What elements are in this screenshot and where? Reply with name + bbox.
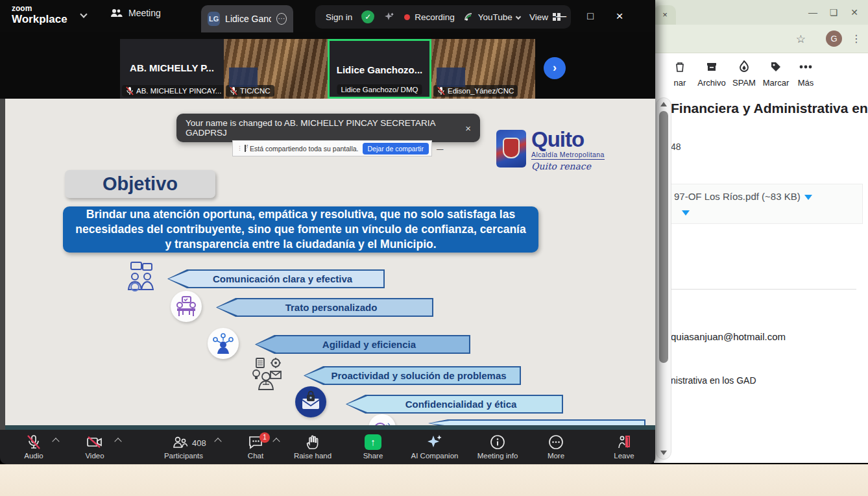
tab-user-lidice-ganch[interactable]: LG Lidice Ganch ⋯: [201, 5, 293, 32]
live-stream-icon: [464, 12, 474, 21]
sign-in-link[interactable]: Sign in: [326, 12, 352, 22]
next-participants-button[interactable]: ›: [544, 57, 566, 79]
zoom-close-button[interactable]: ×: [607, 0, 633, 32]
participant-name-badge: TIC/CNC: [226, 85, 274, 97]
banner-confidencialidad: Confidencialidad y ética: [346, 395, 563, 414]
chevron-down-icon[interactable]: [80, 10, 87, 18]
participant-name-badge: Edison_Yánez/CNC: [433, 85, 518, 97]
recording-dot-icon: [404, 14, 410, 20]
video-thumbnail-strip: AB. MICHELLY P... AB. MICHELLY PINCAY...…: [0, 32, 655, 99]
zoom-window: zoom Workplace Meeting LG Lidice Ganch ⋯…: [0, 0, 655, 464]
screen-share-control-bar: ⋮⋮ Está compartiendo toda su pantalla. D…: [232, 140, 432, 156]
mic-muted-icon: [16, 434, 52, 451]
confidentiality-icon: [295, 386, 326, 417]
leave-button[interactable]: Leave: [607, 434, 641, 460]
tab-close-icon[interactable]: ×: [662, 10, 668, 19]
flame-icon: [729, 58, 759, 75]
email-body-fragment: nistrativa en los GAD: [671, 375, 756, 386]
personalized-service-icon: [171, 291, 202, 322]
email-subject: Financiera y Administrativa en: [671, 101, 865, 116]
video-tile-lidice-active-speaker[interactable]: Lidice Ganchozo... Lidice Ganchozo/ DMQ: [328, 39, 431, 99]
quito-crest-icon: [496, 130, 526, 167]
raise-hand-button[interactable]: Raise hand: [288, 434, 337, 460]
share-bar-minimize: —: [437, 145, 444, 153]
zoom-titlebar: zoom Workplace Meeting LG Lidice Ganch ⋯…: [0, 0, 655, 32]
bookmark-star-icon[interactable]: ☆: [796, 32, 806, 46]
recording-indicator[interactable]: Recording: [404, 12, 455, 22]
video-tile-tic-cnc[interactable]: TIC/CNC: [224, 39, 328, 99]
ai-companion-button[interactable]: AI Companion: [404, 434, 466, 460]
archive-icon: [694, 58, 729, 75]
mail-more-button[interactable]: Más: [793, 58, 819, 88]
divider: [671, 289, 856, 290]
participants-count: 408: [192, 438, 206, 448]
video-button[interactable]: Video: [77, 434, 113, 460]
scrollbar-thumb[interactable]: [659, 111, 668, 363]
name-change-toast: Your name is changed to AB. MICHELLY PIN…: [176, 114, 480, 142]
screen: { "zoom_app": { "titlebar": { "brand_top…: [0, 0, 868, 496]
agility-icon: [208, 328, 239, 359]
share-screen-icon: [245, 145, 246, 152]
proactivity-icon: [250, 357, 286, 393]
mail-delete-button[interactable]: nar: [666, 58, 694, 88]
browser-restore-button[interactable]: ❏: [824, 0, 843, 25]
attachment-dropdown-icon[interactable]: [682, 210, 690, 216]
zoom-maximize-button[interactable]: □: [577, 0, 603, 32]
attachment-dropdown-icon[interactable]: [804, 195, 812, 200]
attachment-card[interactable]: 97-OF Los Ríos.pdf (~83 KB): [671, 184, 863, 224]
chat-options-caret[interactable]: [272, 438, 280, 445]
browser-minimize-button[interactable]: —: [803, 0, 823, 25]
zoom-minimize-button[interactable]: —: [548, 0, 574, 32]
avatar: LG: [208, 12, 220, 26]
browser-tab-close-stub[interactable]: ×: [654, 5, 676, 25]
camera-off-icon: [77, 434, 113, 451]
ai-sparkle-icon: [404, 434, 466, 451]
mic-muted-icon: [230, 86, 237, 95]
email-snippet: 48: [671, 142, 681, 152]
attachment-name[interactable]: 97-OF Los Ríos.pdf (~83 KB): [674, 191, 812, 202]
tab-meeting[interactable]: Meeting: [110, 8, 161, 18]
more-button[interactable]: More: [540, 434, 572, 460]
participants-options-caret[interactable]: [214, 438, 221, 445]
ellipsis-icon: [793, 58, 819, 75]
sparkle-icon[interactable]: [383, 11, 395, 23]
trash-icon: [666, 58, 694, 75]
meeting-info-button[interactable]: Meeting info: [471, 434, 524, 460]
chevron-down-icon: [516, 14, 521, 19]
browser-close-button[interactable]: ✕: [845, 0, 864, 25]
email-address-text: quiasanjuan@hotmail.com: [671, 331, 786, 342]
slide-title: Objetivo: [65, 170, 215, 198]
security-shield-icon[interactable]: ✓: [361, 10, 374, 23]
browser-profile-avatar[interactable]: G: [826, 31, 842, 47]
mic-muted-icon: [126, 86, 134, 95]
titlebar-status-pill: Sign in ✓ Recording YouTube View: [315, 5, 571, 29]
share-button[interactable]: ↑ Share: [356, 434, 391, 460]
audio-options-caret[interactable]: [52, 438, 59, 445]
mail-label-button[interactable]: Marcar: [759, 58, 793, 88]
toast-close-icon[interactable]: ×: [465, 123, 471, 134]
audio-button[interactable]: Audio: [16, 434, 52, 460]
video-tile-michelly[interactable]: AB. MICHELLY P... AB. MICHELLY PINCAY...: [120, 39, 224, 99]
drag-handle-icon: ⋮⋮: [237, 146, 241, 151]
info-icon: [471, 434, 524, 451]
mail-spam-button[interactable]: SPAM: [729, 58, 759, 88]
video-options-caret[interactable]: [114, 438, 121, 445]
scroll-down-icon[interactable]: [660, 451, 667, 455]
slide-bottom-band: [5, 425, 655, 430]
scroll-up-icon[interactable]: [660, 102, 667, 106]
banner-trato: Trato personalizado: [216, 298, 433, 317]
shared-screen: Quito Alcaldía Metropolitana Quito renac…: [0, 99, 655, 430]
video-tile-edison[interactable]: Edison_Yánez/CNC: [431, 39, 535, 99]
participant-name-badge: AB. MICHELLY PINCAY...: [122, 85, 224, 97]
scrollbar[interactable]: [656, 97, 671, 460]
mic-muted-icon: [437, 86, 445, 95]
communication-icon: [126, 261, 157, 296]
mail-archive-button[interactable]: Archivo: [694, 58, 729, 88]
banner-proactividad: Proactividad y solución de problemas: [304, 366, 521, 385]
tag-icon: [759, 58, 793, 75]
browser-menu-icon[interactable]: ⋮: [851, 31, 862, 47]
tab-more-icon[interactable]: ⋯: [276, 13, 287, 25]
youtube-stream-control[interactable]: YouTube: [464, 12, 520, 22]
leave-icon: [607, 434, 641, 451]
shared-screen-edge: [0, 99, 5, 430]
